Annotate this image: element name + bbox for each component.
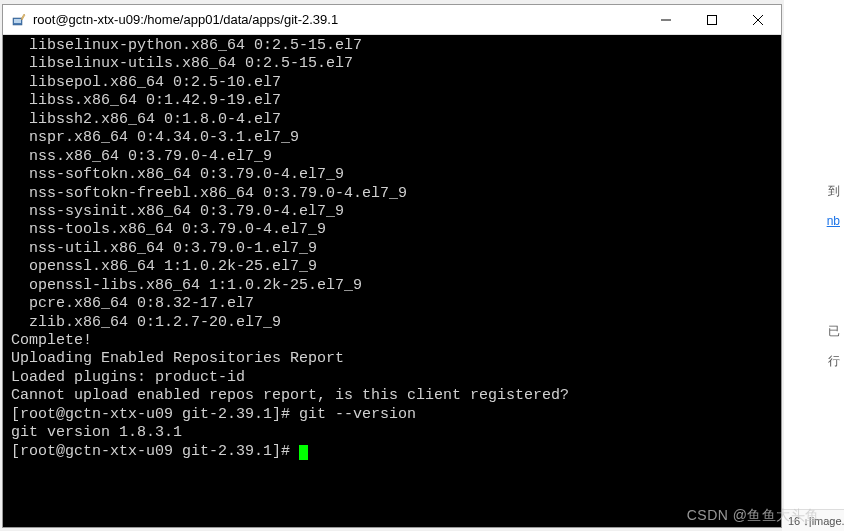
terminal-line: nss-softokn-freebl.x86_64 0:3.79.0-4.el7… bbox=[11, 185, 773, 203]
terminal-line: libsepol.x86_64 0:2.5-10.el7 bbox=[11, 74, 773, 92]
bg-char: 到 bbox=[828, 180, 840, 202]
bg-char: 已 bbox=[828, 320, 840, 342]
terminal-line: git version 1.8.3.1 bbox=[11, 424, 773, 442]
terminal-line: nss.x86_64 0:3.79.0-4.el7_9 bbox=[11, 148, 773, 166]
prompt-line: [root@gctn-xtx-u09 git-2.39.1]# git --ve… bbox=[11, 406, 773, 424]
terminal-line: openssl.x86_64 1:1.0.2k-25.el7_9 bbox=[11, 258, 773, 276]
titlebar[interactable]: root@gctn-xtx-u09:/home/app01/data/apps/… bbox=[3, 5, 781, 35]
close-button[interactable] bbox=[735, 5, 781, 34]
terminal-line: nss-softokn.x86_64 0:3.79.0-4.el7_9 bbox=[11, 166, 773, 184]
bg-char: nb bbox=[827, 210, 840, 232]
terminal-line: openssl-libs.x86_64 1:1.0.2k-25.el7_9 bbox=[11, 277, 773, 295]
bg-char: 行 bbox=[828, 350, 840, 372]
background-status-bar: 16 ↓|image.png|(https://note bbox=[782, 509, 844, 531]
terminal-line: nss-tools.x86_64 0:3.79.0-4.el7_9 bbox=[11, 221, 773, 239]
prompt-line-active[interactable]: [root@gctn-xtx-u09 git-2.39.1]# bbox=[11, 443, 773, 461]
terminal-window: root@gctn-xtx-u09:/home/app01/data/apps/… bbox=[2, 4, 782, 528]
terminal-line: libselinux-utils.x86_64 0:2.5-15.el7 bbox=[11, 55, 773, 73]
terminal-line: Complete! bbox=[11, 332, 773, 350]
terminal-line: nss-util.x86_64 0:3.79.0-1.el7_9 bbox=[11, 240, 773, 258]
maximize-button[interactable] bbox=[689, 5, 735, 34]
terminal-line: pcre.x86_64 0:8.32-17.el7 bbox=[11, 295, 773, 313]
terminal-line: Loaded plugins: product-id bbox=[11, 369, 773, 387]
terminal-line: nspr.x86_64 0:4.34.0-3.1.el7_9 bbox=[11, 129, 773, 147]
terminal-line: libssh2.x86_64 0:1.8.0-4.el7 bbox=[11, 111, 773, 129]
background-editor-strip: 到 nb 已 行 bbox=[784, 0, 844, 531]
svg-rect-1 bbox=[14, 19, 21, 23]
terminal-output[interactable]: libselinux-python.x86_64 0:2.5-15.el7 li… bbox=[3, 35, 781, 527]
putty-icon bbox=[11, 12, 27, 28]
svg-rect-3 bbox=[708, 15, 717, 24]
terminal-line: libselinux-python.x86_64 0:2.5-15.el7 bbox=[11, 37, 773, 55]
window-title: root@gctn-xtx-u09:/home/app01/data/apps/… bbox=[33, 12, 643, 27]
terminal-line: Cannot upload enabled repos report, is t… bbox=[11, 387, 773, 405]
terminal-line: zlib.x86_64 0:1.2.7-20.el7_9 bbox=[11, 314, 773, 332]
minimize-button[interactable] bbox=[643, 5, 689, 34]
terminal-line: Uploading Enabled Repositories Report bbox=[11, 350, 773, 368]
window-controls bbox=[643, 5, 781, 34]
prompt-prefix: [root@gctn-xtx-u09 git-2.39.1]# bbox=[11, 443, 299, 460]
terminal-line: libss.x86_64 0:1.42.9-19.el7 bbox=[11, 92, 773, 110]
terminal-line: nss-sysinit.x86_64 0:3.79.0-4.el7_9 bbox=[11, 203, 773, 221]
cursor bbox=[299, 445, 308, 460]
